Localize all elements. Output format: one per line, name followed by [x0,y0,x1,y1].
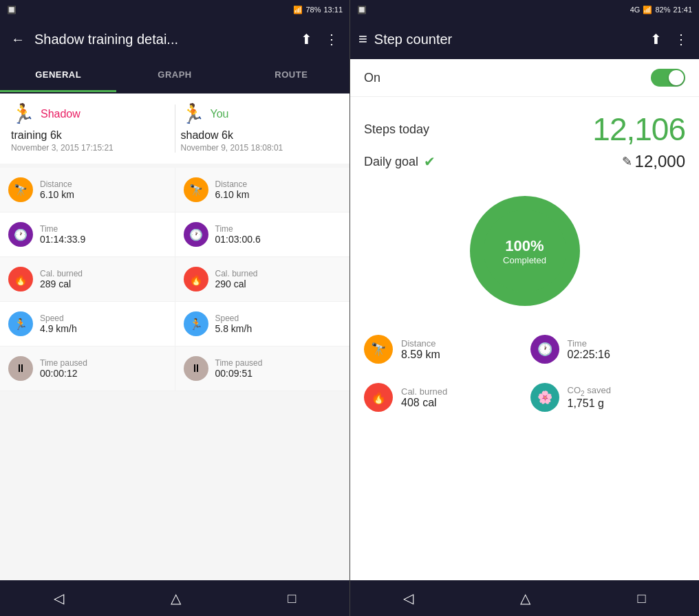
status-right-left: 🔲 [357,6,367,14]
right-time-label: Time [568,338,610,349]
paused-value-you: 00:09:51 [215,368,263,379]
tab-route[interactable]: ROUTE [233,59,350,92]
daily-goal-label: Daily goal [364,155,418,169]
carrier-right: 🔲 [357,6,367,14]
right-time-value: 02:25:16 [568,349,610,361]
right-distance-value: 8.59 km [401,349,440,361]
phone-left: 🔲 📶 78% 13:11 ← Shadow training detai...… [0,0,350,616]
shadow-paused-cell: ⏸ Time paused 00:00:12 [0,346,175,390]
you-time-text: Time 01:03:00.6 [215,224,261,245]
progress-circle: 100% Completed [470,196,580,306]
network-type: 4G [630,6,641,14]
nav-recent-right[interactable]: □ [623,585,659,612]
toolbar-title-left: Shadow training detai... [34,32,291,47]
you-cal-text: Cal. burned 290 cal [215,269,258,289]
right-co2-cell: 🌸 CO2 saved 1,751 g [525,373,691,421]
phone-right: 🔲 4G 📶 82% 21:41 ≡ Step counter ⬆ ⋮ On S… [350,0,699,616]
stat-row-speed: 🏃 Speed 4.9 km/h 🏃 Speed 5.8 km/h [0,302,350,346]
stat-row-distance: 🔭 Distance 6.10 km 🔭 Distance 6.10 km [0,168,350,212]
you-date: November 9, 2015 18:08:01 [181,143,339,153]
cal-icon-you: 🔥 [184,267,208,292]
time-text: 13:11 [323,6,343,14]
shadow-time-text: Time 01:14:33.9 [40,224,85,245]
step-counter-toggle[interactable] [651,69,685,87]
nav-home-left[interactable]: △ [157,584,195,612]
cal-icon-shadow: 🔥 [8,267,33,292]
nav-recent-left[interactable]: □ [274,585,310,612]
shadow-cal-text: Cal. burned 289 cal [40,269,83,289]
you-speed-cell: 🏃 Speed 5.8 km/h [175,302,350,346]
cal-value-shadow: 289 cal [40,278,83,289]
distance-label-you: Distance [215,179,250,189]
you-cal-cell: 🔥 Cal. burned 290 cal [175,257,350,301]
more-button-right[interactable]: ⋮ [671,28,691,50]
right-content: Steps today 12,106 Daily goal ✔ ✎ 12,000… [350,97,699,580]
toolbar-title-right: Step counter [374,32,641,47]
right-cal-text: Cal. burned 408 cal [401,386,447,409]
right-time-text: Time 02:25:16 [568,338,610,361]
status-right-right: 4G 📶 82% 21:41 [630,6,692,14]
time-value-shadow: 01:14:33.9 [40,234,85,245]
shadow-time-cell: 🕐 Time 01:14:33.9 [0,212,175,256]
shadow-speed-cell: 🏃 Speed 4.9 km/h [0,302,175,346]
nav-back-right[interactable]: ◁ [389,584,427,612]
stat-row-time: 🕐 Time 01:14:33.9 🕐 Time 01:03:00.6 [0,212,350,257]
status-left: 🔲 [7,6,17,14]
cal-label-you: Cal. burned [215,269,258,278]
stats-section: 🔭 Distance 6.10 km 🔭 Distance 6.10 km [0,168,350,391]
right-distance-label: Distance [401,338,440,349]
daily-goal-row: Daily goal ✔ ✎ 12,000 [350,152,699,182]
circle-percent: 100% [505,237,544,255]
speed-value-you: 5.8 km/h [215,323,252,334]
tab-general[interactable]: GENERAL [0,59,116,92]
you-icon-row: 🏃 You [181,104,339,124]
right-co2-value: 1,751 g [568,397,611,410]
col-divider [175,104,175,153]
time-icon-you: 🕐 [184,222,208,247]
share-button-right[interactable]: ⬆ [647,28,665,50]
back-button[interactable]: ← [8,29,28,50]
battery-text: 78% [305,6,321,14]
you-time-cell: 🕐 Time 01:03:00.6 [175,212,350,256]
battery-text-right: 82% [655,6,670,14]
toolbar-left: ← Shadow training detai... ⬆ ⋮ [0,19,350,59]
right-co2-label: CO2 saved [568,385,611,397]
paused-label-shadow: Time paused [40,358,87,368]
signal-icon-right: 📶 [643,6,652,14]
shadow-training: training 6k [11,129,169,142]
menu-button[interactable]: ≡ [358,30,367,48]
distance-value-you: 6.10 km [215,189,250,200]
tab-graph[interactable]: GRAPH [116,59,233,92]
nav-back-left[interactable]: ◁ [40,584,78,612]
right-cal-value: 408 cal [401,397,447,409]
you-paused-cell: ⏸ Time paused 00:09:51 [175,346,350,390]
status-bar-right: 🔲 4G 📶 82% 21:41 [350,0,699,19]
speed-icon-you: 🏃 [184,311,208,336]
shadow-cal-cell: 🔥 Cal. burned 289 cal [0,257,175,301]
status-right: 📶 78% 13:11 [293,6,343,14]
speed-value-shadow: 4.9 km/h [40,323,77,334]
you-distance-cell: 🔭 Distance 6.10 km [175,168,350,212]
shadow-name: Shadow [41,108,80,120]
steps-today-row: Steps today 12,106 [350,97,699,152]
steps-today-value: 12,106 [592,111,685,148]
shadow-icon-row: 🏃 Shadow [11,104,169,124]
share-button-left[interactable]: ⬆ [298,28,315,50]
toggle-label: On [364,71,380,85]
circle-label: Completed [503,255,546,265]
speed-icon-shadow: 🏃 [8,311,33,336]
goal-achieved-icon: ✔ [424,153,435,170]
right-stats-grid: 🔭 Distance 8.59 km 🕐 Time 02:25:16 🔥 Cal… [350,320,699,427]
edit-goal-icon[interactable]: ✎ [622,154,632,169]
nav-home-right[interactable]: △ [506,584,544,612]
you-training: shadow 6k [181,129,339,142]
distance-value-shadow: 6.10 km [40,189,74,200]
signal-icon: 📶 [293,6,303,14]
you-name: You [211,108,229,120]
stat-row-cal: 🔥 Cal. burned 289 cal 🔥 Cal. burned 290 … [0,257,350,302]
more-button-left[interactable]: ⋮ [322,28,341,50]
right-time-icon: 🕐 [530,335,559,364]
status-bar-left: 🔲 📶 78% 13:11 [0,0,350,19]
stat-row-paused: ⏸ Time paused 00:00:12 ⏸ Time paused 00:… [0,346,350,391]
left-content: 🏃 Shadow training 6k November 3, 2015 17… [0,94,350,580]
